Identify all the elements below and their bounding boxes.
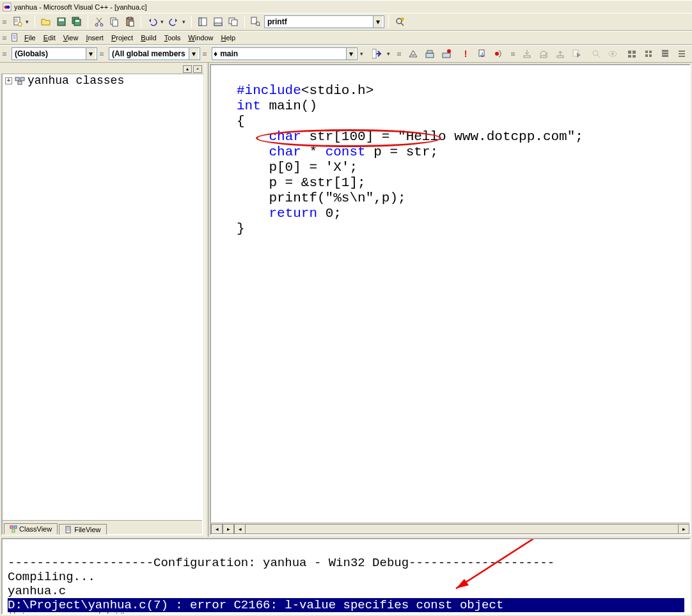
code-token: { bbox=[237, 114, 245, 129]
scroll-left-button-2[interactable]: ◂ bbox=[234, 524, 246, 534]
menu-edit[interactable]: Edit bbox=[40, 33, 59, 43]
save-button[interactable] bbox=[54, 15, 68, 29]
go-button[interactable] bbox=[475, 47, 489, 61]
open-button[interactable] bbox=[39, 15, 53, 29]
output-error-line[interactable]: D:\Project\yanhua.c(7) : error C2166: l-… bbox=[8, 598, 684, 612]
filter-combo[interactable]: (All global members ▾ bbox=[109, 47, 200, 60]
grip[interactable] bbox=[397, 47, 401, 60]
expand-icon[interactable]: + bbox=[5, 77, 12, 84]
classview-icon bbox=[10, 525, 17, 533]
redo-dropdown[interactable]: ▾ bbox=[182, 19, 187, 25]
pane-dock-button[interactable]: ▴ bbox=[183, 65, 192, 73]
copy-button[interactable] bbox=[107, 15, 122, 29]
scope-text: (Globals) bbox=[13, 49, 86, 58]
menu-window[interactable]: Window bbox=[184, 33, 217, 43]
menu-view[interactable]: View bbox=[59, 33, 83, 43]
output-pane[interactable]: --------------------Configuration: yanhu… bbox=[1, 538, 691, 615]
grip[interactable] bbox=[511, 47, 515, 60]
svg-rect-19 bbox=[199, 18, 201, 26]
output-line: Compiling... bbox=[8, 570, 95, 584]
quickwatch-button[interactable] bbox=[589, 47, 603, 61]
code-token bbox=[237, 145, 269, 159]
step-into-button[interactable] bbox=[520, 47, 534, 61]
find-in-files-button[interactable] bbox=[249, 15, 263, 29]
members-combo[interactable]: ♦ main ▾ bbox=[212, 47, 358, 60]
goto-button[interactable] bbox=[370, 47, 384, 61]
callstack-button[interactable] bbox=[658, 47, 672, 61]
workspace-button[interactable] bbox=[196, 15, 210, 29]
find-combo[interactable]: printf ▾ bbox=[264, 15, 384, 28]
search-button[interactable] bbox=[393, 15, 407, 29]
new-text-file-button[interactable] bbox=[10, 15, 24, 29]
breakpoint-button[interactable] bbox=[492, 47, 506, 61]
code-editor[interactable]: #include<stdio.h> int main() { char str[… bbox=[232, 65, 689, 523]
paste-button[interactable] bbox=[123, 15, 137, 29]
svg-rect-37 bbox=[524, 56, 530, 58]
members-dropdown[interactable]: ▾ bbox=[346, 48, 356, 59]
watch-button[interactable] bbox=[606, 47, 620, 61]
tab-classview-label: ClassView bbox=[19, 525, 52, 533]
editor-gutter bbox=[211, 65, 232, 523]
disassembly-button[interactable] bbox=[675, 47, 689, 61]
tree-root-row[interactable]: + yanhua classes bbox=[5, 74, 200, 87]
undo-dropdown[interactable]: ▾ bbox=[161, 19, 166, 25]
registers-button[interactable] bbox=[625, 47, 639, 61]
scroll-track[interactable] bbox=[246, 524, 678, 534]
svg-rect-39 bbox=[557, 56, 563, 58]
memory-button[interactable] bbox=[641, 47, 656, 61]
step-out-button[interactable] bbox=[553, 47, 567, 61]
tab-fileview[interactable]: FileView bbox=[59, 524, 106, 535]
grip[interactable] bbox=[3, 15, 6, 28]
grip[interactable] bbox=[3, 31, 6, 44]
grip[interactable] bbox=[3, 47, 6, 60]
svg-point-41 bbox=[593, 51, 598, 56]
build-button[interactable] bbox=[423, 47, 437, 61]
svg-point-2 bbox=[6, 5, 10, 8]
menu-project[interactable]: Project bbox=[107, 33, 137, 43]
members-options[interactable]: ▾ bbox=[360, 51, 365, 57]
vertical-splitter[interactable] bbox=[205, 63, 208, 537]
fileview-icon bbox=[65, 526, 72, 533]
output-line: yanhua.c bbox=[8, 584, 66, 598]
code-token bbox=[237, 129, 269, 144]
undo-button[interactable] bbox=[145, 15, 159, 29]
svg-rect-6 bbox=[59, 19, 64, 21]
new-dropdown[interactable]: ▾ bbox=[26, 19, 31, 25]
tab-classview[interactable]: ClassView bbox=[4, 523, 58, 535]
svg-rect-16 bbox=[128, 17, 132, 19]
cut-button[interactable] bbox=[92, 15, 106, 29]
window-list-button[interactable] bbox=[226, 15, 240, 29]
output-button[interactable] bbox=[211, 15, 225, 29]
scroll-right-button[interactable]: ▸ bbox=[678, 524, 689, 534]
editor-hscrollbar[interactable]: ◂ ▸ ◂ ▸ bbox=[211, 523, 689, 534]
compile-button[interactable] bbox=[406, 47, 420, 61]
stop-build-button[interactable] bbox=[439, 47, 453, 61]
class-tree[interactable]: + yanhua classes bbox=[3, 65, 202, 520]
run-to-cursor-button[interactable] bbox=[570, 47, 584, 61]
svg-rect-38 bbox=[540, 56, 547, 58]
menu-help[interactable]: Help bbox=[217, 33, 239, 43]
menu-insert[interactable]: Insert bbox=[82, 33, 107, 43]
scope-dropdown[interactable]: ▾ bbox=[86, 48, 95, 59]
menu-file[interactable]: File bbox=[20, 33, 40, 43]
svg-rect-53 bbox=[662, 52, 668, 54]
scroll-split-left[interactable]: ▸ bbox=[223, 524, 234, 534]
scroll-left-button[interactable]: ◂ bbox=[211, 524, 223, 534]
menu-build[interactable]: Build bbox=[137, 33, 160, 43]
editor-pane: #include<stdio.h> int main() { char str[… bbox=[210, 64, 691, 535]
code-token: } bbox=[237, 221, 245, 236]
svg-rect-23 bbox=[232, 20, 237, 26]
goto-dropdown[interactable]: ▾ bbox=[387, 51, 392, 57]
filter-dropdown[interactable]: ▾ bbox=[189, 48, 198, 59]
grip[interactable] bbox=[203, 47, 207, 60]
find-combo-dropdown[interactable]: ▾ bbox=[373, 16, 382, 28]
save-all-button[interactable] bbox=[70, 15, 84, 29]
pane-close-button[interactable]: × bbox=[193, 65, 202, 73]
redo-button[interactable] bbox=[167, 15, 181, 29]
scope-combo[interactable]: (Globals) ▾ bbox=[12, 47, 97, 60]
code-token bbox=[237, 206, 269, 221]
execute-button[interactable]: ! bbox=[459, 47, 473, 61]
grip[interactable] bbox=[100, 47, 104, 60]
step-over-button[interactable] bbox=[537, 47, 551, 61]
menu-tools[interactable]: Tools bbox=[161, 33, 185, 43]
